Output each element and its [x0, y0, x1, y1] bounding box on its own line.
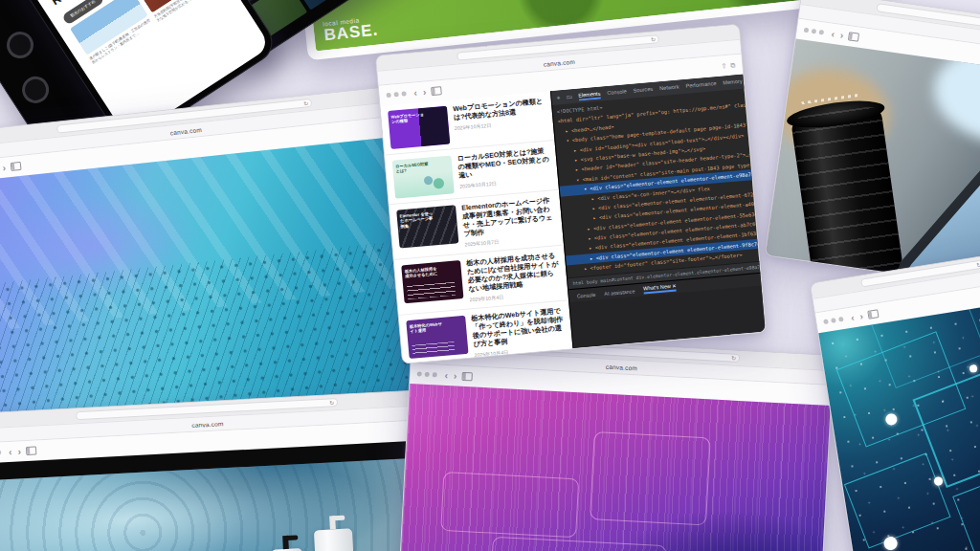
- article-title[interactable]: Elementorのホームページ作成事例7選!集客・お問い合わせ・売上アップに繋…: [461, 196, 556, 238]
- devtools-tab[interactable]: Performance: [685, 78, 717, 92]
- inspect-icon[interactable]: ⌖: [556, 94, 561, 101]
- browser-window-cosmetics: ↻ canva.com ‹ › ⇧ ⧉ RIVER RIVER: [0, 388, 452, 551]
- thumbnail-label: 栃木特化のWebサイト運用: [410, 321, 445, 335]
- reload-icon[interactable]: ↻: [303, 100, 309, 106]
- tabs-icon[interactable]: ⧉: [730, 61, 736, 68]
- tab-title[interactable]: canva.com: [543, 57, 575, 67]
- devtools-tab[interactable]: Network: [659, 81, 679, 94]
- back-button[interactable]: ‹: [849, 313, 856, 323]
- article-thumbnail: Elementor を使ったホームページ事例集: [396, 205, 458, 248]
- thumbnail-label: ローカルSEO対策とは?: [395, 161, 431, 174]
- back-button[interactable]: ‹: [830, 29, 836, 39]
- tab-title[interactable]: canva.com: [191, 420, 224, 429]
- forward-button[interactable]: ›: [838, 30, 845, 40]
- window-controls[interactable]: [417, 371, 437, 377]
- browser-window-lens-photo: ↻ ‹ › ⇧ ⧉: [765, 0, 980, 304]
- forward-button[interactable]: ›: [858, 311, 865, 321]
- sidebar-icon[interactable]: [848, 32, 859, 41]
- tab-title[interactable]: canva.com: [169, 125, 202, 135]
- forward-button[interactable]: ›: [16, 447, 22, 456]
- elements-tree: <!DOCTYPE html><html dir="ltr" lang="ja"…: [552, 75, 765, 278]
- back-button[interactable]: ‹: [412, 88, 418, 98]
- reload-icon[interactable]: ↻: [976, 261, 980, 268]
- article-thumbnail: 栃木特化のWebサイト運用: [406, 316, 468, 359]
- tech-dark-image: [818, 298, 980, 551]
- devtools-tab[interactable]: Sources: [633, 84, 653, 97]
- article-thumbnail: 栃木の人材採用を成功させるために: [401, 260, 463, 303]
- reload-icon[interactable]: ↻: [651, 36, 657, 42]
- sidebar-icon[interactable]: [461, 372, 472, 382]
- forward-button[interactable]: ›: [453, 371, 458, 381]
- forward-button[interactable]: ›: [421, 87, 427, 97]
- tab-title[interactable]: canva.com: [606, 363, 638, 371]
- cosmetic-bottle: RIVER: [314, 528, 356, 551]
- article-list: Webプロモーションの種類 Webプロモーションの種類とは?代表的な方法8選 2…: [381, 91, 573, 363]
- back-button[interactable]: ‹: [8, 447, 13, 456]
- thumbnail-label: Webプロモーションの種類: [390, 112, 426, 125]
- camera-lens-ring-icon: [17, 72, 55, 109]
- forward-button[interactable]: ›: [1, 163, 7, 173]
- collage-background: local media BASE. | おすすめ RECOMMEND 観光のおす…: [0, 0, 980, 551]
- thumbnail-label: 栃木の人材採用を成功させるために: [405, 266, 440, 279]
- article-thumbnail: Webプロモーションの種類: [388, 106, 450, 149]
- sidebar-icon[interactable]: [867, 309, 879, 320]
- article-title[interactable]: ローカルSEO対策とは?施策の種類やMEO・SEO対策との違い: [457, 147, 550, 181]
- devtools-tab[interactable]: Application: [748, 75, 766, 86]
- article-title[interactable]: 栃木特化のWebサイト運用で「作って終わり」を脱却!制作後のサポートに強い会社の…: [471, 307, 566, 349]
- window-controls[interactable]: [804, 28, 824, 35]
- devtools-tab[interactable]: Elements: [578, 89, 601, 101]
- drawer-tab[interactable]: What's New ✕: [643, 283, 677, 295]
- browser-window-articles-devtools: ↻ canva.com ‹ › ⇧ ⧉ Webプロモーションの種類 Webプロモ…: [375, 24, 767, 364]
- article-thumbnail: ローカルSEO対策とは?: [392, 155, 455, 198]
- camera-lens-ring-icon: [2, 27, 39, 64]
- browser-window-circuit-purple: ↻ canva.com ‹ ›: [398, 333, 834, 551]
- device-toolbar-icon[interactable]: ▭: [566, 93, 572, 101]
- drawer-tab[interactable]: AI assistance: [604, 288, 635, 297]
- reload-icon[interactable]: ↻: [731, 355, 736, 361]
- devtools-tab[interactable]: Console: [607, 86, 627, 99]
- browser-window-tech-dark: ↻ ‹ ›: [810, 248, 980, 551]
- circuit-purple-image: [399, 384, 830, 551]
- reload-icon[interactable]: ↻: [329, 400, 334, 406]
- drawer-tab[interactable]: Console: [576, 291, 595, 298]
- base-title: BASE.: [323, 21, 380, 44]
- thumbnail-label: Elementor を使ったホームページ事例集: [400, 210, 435, 229]
- back-button[interactable]: ‹: [443, 370, 449, 380]
- window-controls[interactable]: [386, 91, 406, 98]
- camera-lens: [791, 105, 903, 284]
- sidebar-icon[interactable]: [431, 86, 442, 96]
- article-title[interactable]: 栃木の人材採用を成功させるために|なぜ自社採用サイトが必要なのか?求人媒体に頼ら…: [466, 252, 561, 294]
- share-icon[interactable]: ⇧: [721, 62, 726, 69]
- sidebar-icon[interactable]: [10, 162, 21, 171]
- devtools-panel: ⌖ ▭ ElementsConsoleSourcesNetworkPerform…: [550, 75, 766, 349]
- devtools-tab[interactable]: Memory: [723, 77, 743, 89]
- window-controls[interactable]: [823, 317, 844, 324]
- sidebar-icon[interactable]: [26, 447, 36, 456]
- window-controls[interactable]: [0, 450, 1, 455]
